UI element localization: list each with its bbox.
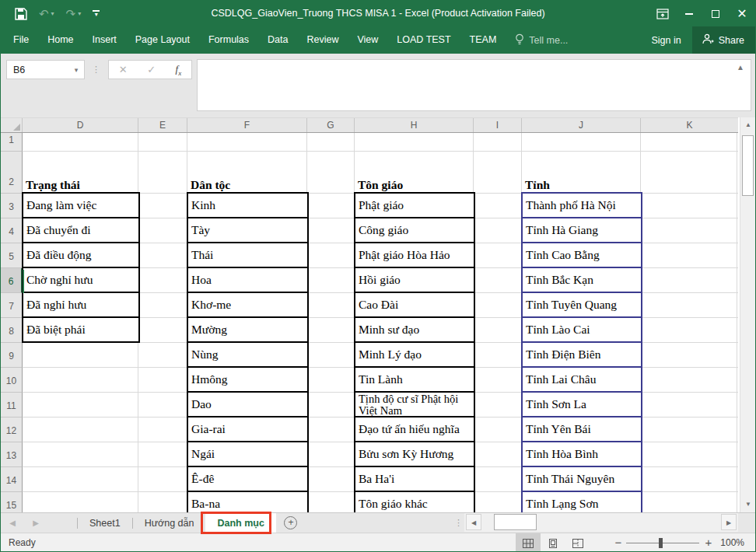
column-header-d[interactable]: D xyxy=(23,118,138,132)
cell-j5[interactable]: Tỉnh Cao Bằng xyxy=(523,243,641,268)
cell-j7[interactable]: Tỉnh Tuyên Quang xyxy=(523,293,641,318)
column-header-g[interactable]: G xyxy=(307,118,355,132)
cell-h2-header[interactable]: Tôn giáo xyxy=(358,178,403,192)
row-header-4[interactable]: 4 xyxy=(1,218,23,243)
cell-j13[interactable]: Tỉnh Hòa Bình xyxy=(523,442,641,467)
zoom-level-label[interactable]: 100% xyxy=(720,533,744,552)
cell-f5[interactable]: Thái xyxy=(188,243,307,268)
sheet-nav-left-icon[interactable]: ◀ xyxy=(1,513,24,533)
cell-h12[interactable]: Đạo tứ ấn hiếu nghĩa xyxy=(355,417,474,442)
cell-d2-header[interactable]: Trạng thái xyxy=(26,178,80,192)
row-header-13[interactable]: 13 xyxy=(1,442,23,467)
row-header-5[interactable]: 5 xyxy=(1,243,23,268)
cell-h4[interactable]: Công giáo xyxy=(355,218,474,243)
cell-f3[interactable]: Kinh xyxy=(188,194,307,218)
scroll-left-icon[interactable]: ◀ xyxy=(466,514,481,530)
cell-j8[interactable]: Tỉnh Lào Cai xyxy=(523,318,641,343)
confirm-entry-icon[interactable]: ✓ xyxy=(147,64,156,75)
customize-qat-button[interactable]: ▾ xyxy=(93,10,100,17)
tab-formulas[interactable]: Formulas xyxy=(199,26,258,54)
tab-insert[interactable]: Insert xyxy=(83,26,126,54)
vertical-scrollbar-thumb[interactable] xyxy=(742,135,754,196)
zoom-slider-thumb[interactable] xyxy=(659,538,663,548)
cell-h5[interactable]: Phật giáo Hòa Hảo xyxy=(355,243,474,268)
redo-button[interactable]: ↷▾ xyxy=(66,7,82,21)
redo-dropdown-icon[interactable]: ▾ xyxy=(78,10,81,17)
cell-f10[interactable]: Hmông xyxy=(188,368,307,393)
tab-load-test[interactable]: LOAD TEST xyxy=(387,26,460,54)
row-header-15[interactable]: 15 xyxy=(1,492,23,512)
column-header-e[interactable]: E xyxy=(138,118,187,132)
column-header-f[interactable]: F xyxy=(187,118,307,132)
scroll-down-icon[interactable]: ▼ xyxy=(740,497,756,512)
maximize-button[interactable] xyxy=(702,1,729,26)
page-break-preview-icon[interactable] xyxy=(565,533,590,552)
row-header-12[interactable]: 12 xyxy=(1,417,23,442)
cell-d6[interactable]: Chờ nghỉ hưu xyxy=(23,268,138,293)
cell-j9[interactable]: Tỉnh Điện Biên xyxy=(523,343,641,368)
cell-j6[interactable]: Tỉnh Bắc Kạn xyxy=(523,268,641,293)
cell-f8[interactable]: Mường xyxy=(188,318,307,343)
sheet-tab-sheet1[interactable]: Sheet1 xyxy=(78,513,132,533)
cell-d3[interactable]: Đang làm việc xyxy=(23,194,138,218)
cell-d5[interactable]: Đã điều động xyxy=(23,243,138,268)
cell-j10[interactable]: Tỉnh Lai Châu xyxy=(523,368,641,393)
ribbon-display-options-button[interactable] xyxy=(649,1,676,26)
row-header-10[interactable]: 10 xyxy=(1,368,23,393)
cell-f14[interactable]: Ê-đê xyxy=(188,467,307,492)
zoom-in-button[interactable]: + xyxy=(702,533,715,552)
cell-f2-header[interactable]: Dân tộc xyxy=(191,178,230,192)
share-button[interactable]: Share xyxy=(692,26,755,54)
close-button[interactable]: ✕ xyxy=(729,1,755,26)
row-header-2[interactable]: 2 xyxy=(1,152,23,194)
collapse-formula-bar-icon[interactable]: ▲ xyxy=(737,63,744,72)
tab-data[interactable]: Data xyxy=(258,26,297,54)
column-header-j[interactable]: J xyxy=(522,118,641,132)
minimize-button[interactable] xyxy=(676,1,702,26)
name-box-dropdown-icon[interactable]: ▾ xyxy=(68,66,84,74)
cell-h8[interactable]: Minh sư đạo xyxy=(355,318,474,343)
cell-f11[interactable]: Dao xyxy=(188,393,307,417)
cell-h15[interactable]: Tôn giáo khác xyxy=(355,492,474,512)
save-icon[interactable] xyxy=(15,8,27,20)
row-header-3[interactable]: 3 xyxy=(1,194,23,218)
cell-h14[interactable]: Ba Ha'i xyxy=(355,467,474,492)
row-header-1[interactable]: 1 xyxy=(1,133,23,152)
tab-page-layout[interactable]: Page Layout xyxy=(126,26,199,54)
cell-f6[interactable]: Hoa xyxy=(188,268,307,293)
tab-file[interactable]: File xyxy=(1,26,38,54)
sheet-nav-right-icon[interactable]: ▶ xyxy=(24,513,47,533)
column-header-i[interactable]: I xyxy=(474,118,522,132)
zoom-slider-track[interactable] xyxy=(626,543,699,543)
cell-d4[interactable]: Đã chuyển đi xyxy=(23,218,138,243)
horizontal-scrollbar-thumb[interactable] xyxy=(494,514,537,530)
cell-j14[interactable]: Tỉnh Thái Nguyên xyxy=(523,467,641,492)
cell-j2-header[interactable]: Tỉnh xyxy=(525,178,550,192)
scroll-right-icon[interactable]: ▶ xyxy=(721,514,737,530)
tab-team[interactable]: TEAM xyxy=(460,26,506,54)
cell-j4[interactable]: Tỉnh Hà Giang xyxy=(523,218,641,243)
row-header-11[interactable]: 11 xyxy=(1,393,23,417)
cell-j11[interactable]: Tỉnh Sơn La xyxy=(523,393,641,417)
column-header-k[interactable]: K xyxy=(641,118,738,132)
undo-dropdown-icon[interactable]: ▾ xyxy=(51,10,54,17)
normal-view-icon[interactable] xyxy=(516,533,541,552)
row-header-6-selected[interactable]: 6 xyxy=(1,268,23,293)
row-header-7[interactable]: 7 xyxy=(1,293,23,318)
formula-input[interactable]: ▲ xyxy=(197,59,751,111)
cell-f7[interactable]: Khơ-me xyxy=(188,293,307,318)
cell-f15[interactable]: Ba-na xyxy=(188,492,307,512)
cell-j15[interactable]: Tỉnh Lạng Sơn xyxy=(523,492,641,512)
cell-h11[interactable]: Tịnh độ cư sĩ Phật hội Việt Nam xyxy=(355,393,474,417)
tab-home[interactable]: Home xyxy=(38,26,82,54)
select-all-button[interactable] xyxy=(1,118,23,132)
new-sheet-button[interactable]: + xyxy=(276,513,306,533)
cancel-entry-icon[interactable]: ✕ xyxy=(119,64,128,75)
cell-h13[interactable]: Bửu sơn Kỳ Hương xyxy=(355,442,474,467)
column-header-h[interactable]: H xyxy=(355,118,474,132)
row-header-14[interactable]: 14 xyxy=(1,467,23,492)
tell-me-box[interactable]: Tell me... xyxy=(506,33,577,47)
page-layout-view-icon[interactable] xyxy=(541,533,565,552)
cell-f9[interactable]: Nùng xyxy=(188,343,307,368)
cell-d8[interactable]: Đã biệt phái xyxy=(23,318,138,341)
